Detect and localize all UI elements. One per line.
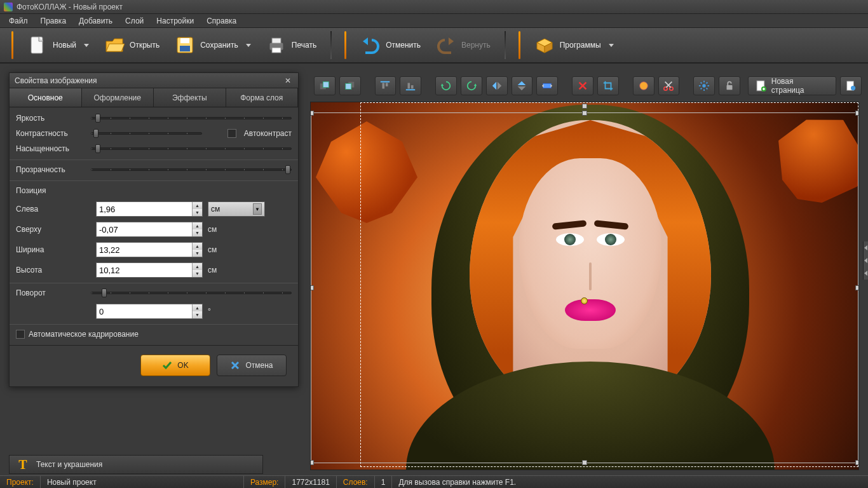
- top-input[interactable]: ▲▼: [96, 222, 203, 237]
- rotate-handle[interactable]: [581, 297, 588, 304]
- settings-button[interactable]: [693, 76, 715, 95]
- text-decorations-tab[interactable]: T Текст и украшения: [9, 455, 263, 474]
- title-bar: ФотоКОЛЛАЖ - Новый проект: [0, 0, 868, 14]
- width-input[interactable]: ▲▼: [96, 242, 203, 257]
- opacity-slider[interactable]: [91, 168, 292, 171]
- unit-text: см: [208, 262, 265, 278]
- bring-front-button[interactable]: [314, 76, 336, 95]
- menu-help[interactable]: Справка: [200, 15, 243, 27]
- image-properties-panel: Свойства изображения ✕ Основное Оформлен…: [9, 72, 299, 387]
- menu-layer[interactable]: Слой: [119, 15, 150, 27]
- svg-rect-2: [180, 38, 189, 43]
- menu-edit[interactable]: Правка: [34, 15, 73, 27]
- tab-shape[interactable]: Форма слоя: [226, 88, 299, 107]
- cancel-label: Отмена: [245, 361, 273, 370]
- delete-button[interactable]: [572, 76, 593, 95]
- separator: [519, 31, 520, 59]
- new-page-button[interactable]: Новая страница: [748, 76, 836, 95]
- tab-effects[interactable]: Эффекты: [154, 88, 226, 107]
- svg-point-18: [639, 82, 648, 90]
- status-size: 1772x1181: [285, 476, 336, 488]
- separator: [505, 31, 506, 59]
- brightness-slider[interactable]: [91, 117, 292, 119]
- separator: [330, 31, 332, 59]
- svg-point-21: [702, 84, 705, 87]
- contrast-label: Контрастность: [16, 129, 91, 138]
- cancel-button[interactable]: Отмена: [217, 355, 287, 376]
- cut-button[interactable]: [658, 76, 680, 95]
- degree-label: °: [208, 304, 265, 319]
- flip-v-button[interactable]: [512, 76, 533, 95]
- status-layers: 1: [375, 476, 393, 488]
- undo-button[interactable]: Отменить: [354, 31, 427, 59]
- canvas[interactable]: [310, 102, 859, 470]
- print-label: Печать: [292, 41, 316, 50]
- close-icon[interactable]: ✕: [283, 76, 293, 86]
- check-icon: [162, 360, 172, 370]
- autocontrast-checkbox[interactable]: [227, 129, 236, 138]
- new-button[interactable]: Новый: [21, 31, 95, 59]
- svg-line-29: [701, 88, 702, 90]
- crop-button[interactable]: [597, 76, 619, 95]
- align-bottom-button[interactable]: [400, 76, 421, 95]
- autocrop-label: Автоматическое кадрирование: [29, 330, 139, 339]
- unlock-button[interactable]: [719, 76, 740, 95]
- menu-file[interactable]: Файл: [3, 15, 34, 27]
- left-input[interactable]: ▲▼: [96, 201, 203, 217]
- left-label: Слева: [16, 205, 91, 214]
- chevron-down-icon: [609, 44, 614, 47]
- svg-line-27: [707, 88, 708, 90]
- rotate-right-button[interactable]: [461, 76, 482, 95]
- flip-h-button[interactable]: [486, 76, 508, 95]
- svg-point-34: [851, 86, 855, 90]
- right-drawer-pull[interactable]: [863, 241, 868, 280]
- status-project: Новый проект: [41, 476, 244, 488]
- programs-button[interactable]: Программы: [528, 31, 620, 59]
- unit-label: см: [211, 205, 220, 214]
- height-input[interactable]: ▲▼: [96, 262, 203, 278]
- save-label: Сохранить: [200, 41, 238, 50]
- canvas-toolbar: Новая страница: [310, 74, 865, 98]
- redo-button[interactable]: Вернуть: [430, 31, 497, 59]
- svg-rect-16: [411, 85, 414, 88]
- menu-add[interactable]: Добавить: [72, 15, 119, 27]
- autocrop-checkbox[interactable]: [16, 330, 25, 339]
- selection-rect[interactable]: [311, 112, 858, 463]
- contrast-slider[interactable]: [91, 132, 202, 135]
- svg-rect-8: [323, 82, 329, 88]
- open-button[interactable]: Открыть: [98, 31, 166, 59]
- svg-rect-10: [346, 83, 351, 89]
- fit-width-button[interactable]: [536, 76, 558, 95]
- print-button[interactable]: Печать: [260, 31, 323, 59]
- toolbar-main: Новый Открыть Сохранить Печать Отменить …: [0, 28, 868, 64]
- svg-line-28: [707, 83, 708, 84]
- folder-open-icon: [104, 35, 125, 55]
- unit-select[interactable]: см▼: [208, 201, 265, 217]
- panel-title: Свойства изображения: [15, 76, 97, 85]
- close-icon: [230, 360, 240, 370]
- brightness-label: Яркость: [16, 114, 91, 123]
- opacity-label: Прозрачность: [16, 165, 91, 174]
- page-settings-button[interactable]: [840, 76, 862, 95]
- tab-main[interactable]: Основное: [10, 88, 82, 107]
- menu-bar: Файл Правка Добавить Слой Настройки Спра…: [0, 14, 868, 28]
- print-icon: [266, 35, 287, 55]
- rotation-input[interactable]: ▲▼: [96, 304, 203, 319]
- ok-button[interactable]: OK: [140, 355, 210, 376]
- send-back-button[interactable]: [339, 76, 361, 95]
- panel-header[interactable]: Свойства изображения ✕: [10, 73, 298, 88]
- box-icon: [534, 35, 555, 55]
- saturation-slider[interactable]: [91, 147, 292, 150]
- color-button[interactable]: [633, 76, 654, 95]
- status-help: Для вызова справки нажмите F1.: [392, 476, 868, 488]
- align-top-button[interactable]: [375, 76, 397, 95]
- undo-label: Отменить: [386, 41, 421, 50]
- panel-tabs: Основное Оформление Эффекты Форма слоя: [10, 88, 298, 107]
- top-anchor[interactable]: [582, 104, 587, 109]
- tab-style[interactable]: Оформление: [82, 88, 154, 107]
- menu-settings[interactable]: Настройки: [150, 15, 200, 27]
- rotation-slider[interactable]: [91, 292, 292, 294]
- save-button[interactable]: Сохранить: [168, 31, 257, 59]
- rotate-left-button[interactable]: [435, 76, 457, 95]
- svg-rect-5: [272, 38, 281, 43]
